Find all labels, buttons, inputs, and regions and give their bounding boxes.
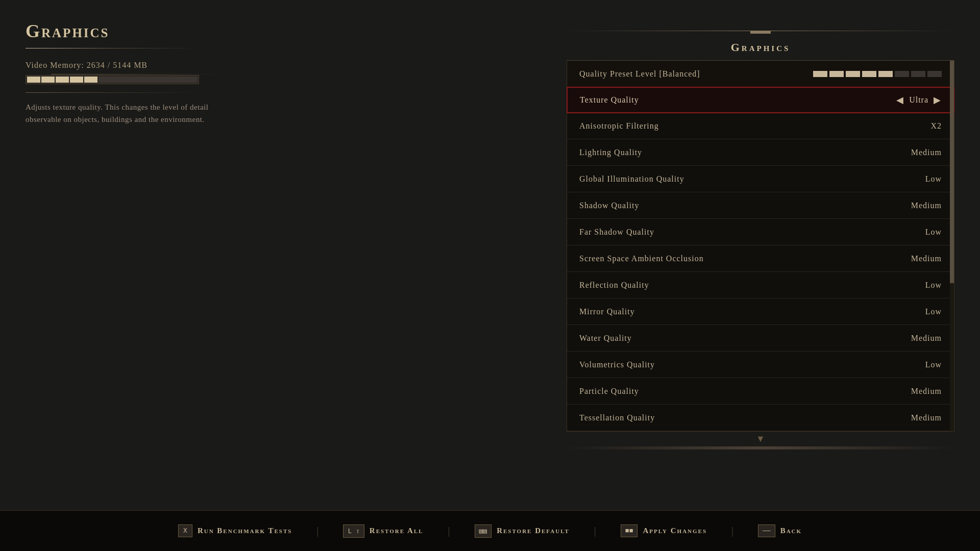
back-action[interactable]: —— Back: [758, 524, 802, 537]
restore-all-label: Restore All: [370, 527, 424, 535]
setting-value-water: Medium: [911, 334, 942, 343]
mem-seg-5: [84, 77, 97, 83]
setting-value-far-shadow: Low: [925, 228, 942, 237]
setting-name-shadow: Shadow Quality: [579, 201, 640, 210]
setting-name-texture-quality: Texture Quality: [580, 95, 639, 105]
mem-seg-1: [27, 77, 40, 83]
setting-value-reflection: Low: [925, 281, 942, 290]
back-label: Back: [780, 527, 802, 535]
benchmark-key: X: [178, 524, 192, 537]
sep-3: |: [594, 525, 596, 537]
setting-name-far-shadow: Far Shadow Quality: [579, 228, 654, 237]
setting-name-preset: Quality Preset Level [Balanced]: [579, 69, 700, 79]
panel-title-row: Graphics: [567, 34, 954, 61]
preset-bar-6: [895, 71, 909, 77]
setting-row-shadow[interactable]: Shadow Quality Medium: [567, 192, 954, 219]
setting-value-global-illumination: Low: [925, 174, 942, 184]
scroll-indicator: ▼: [567, 432, 954, 446]
setting-row-volumetrics[interactable]: Volumetrics Quality Low: [567, 352, 954, 378]
bottom-divider: [51, 74, 225, 74]
preset-bar-8: [927, 71, 942, 77]
benchmark-label: Run Benchmark Tests: [198, 527, 292, 535]
back-key: ——: [758, 524, 775, 537]
setting-name-reflection: Reflection Quality: [579, 281, 649, 290]
bottom-bar: X Run Benchmark Tests | L ⇧ Restore All …: [0, 510, 980, 551]
setting-row-mirror[interactable]: Mirror Quality Low: [567, 298, 954, 325]
setting-row-preset[interactable]: Quality Preset Level [Balanced]: [567, 61, 954, 87]
setting-row-anisotropic[interactable]: Anisotropic Filtering X2: [567, 113, 954, 139]
setting-value-anisotropic: X2: [930, 121, 942, 131]
sep-4: |: [731, 525, 733, 537]
restore-default-label: Restore Default: [497, 527, 570, 535]
video-memory-label: Video Memory: 2634 / 5144 MB: [26, 61, 281, 70]
mem-seg-3: [56, 77, 69, 83]
setting-row-lighting[interactable]: Lighting Quality Medium: [567, 139, 954, 166]
setting-name-anisotropic: Anisotropic Filtering: [579, 121, 659, 131]
scrollbar-thumb[interactable]: [950, 61, 954, 283]
panel-bottom-handle: [567, 446, 954, 449]
preset-bar-7: [911, 71, 925, 77]
preset-bar-2: [829, 71, 844, 77]
page-title: Graphics: [26, 20, 281, 42]
setting-name-lighting: Lighting Quality: [579, 148, 642, 157]
restore-default-action[interactable]: ▤▤ Restore Default: [475, 524, 570, 538]
setting-name-ssao: Screen Space Ambient Occlusion: [579, 254, 704, 263]
setting-value-mirror: Low: [925, 307, 942, 316]
setting-row-ssao[interactable]: Screen Space Ambient Occlusion Medium: [567, 245, 954, 272]
preset-bar-4: [862, 71, 876, 77]
restore-default-key: ▤▤: [475, 524, 492, 538]
setting-name-water: Water Quality: [579, 334, 632, 343]
sep-1: |: [316, 525, 318, 537]
apply-changes-label: Apply Changes: [643, 527, 707, 535]
setting-row-reflection[interactable]: Reflection Quality Low: [567, 272, 954, 298]
setting-row-global-illumination[interactable]: Global Illumination Quality Low: [567, 166, 954, 192]
memory-divider: [26, 92, 199, 93]
memory-bar: [26, 75, 199, 84]
right-panel: Graphics Quality Preset Level [Balanced]…: [567, 31, 954, 449]
setting-value-lighting: Medium: [911, 148, 942, 157]
preset-bar-5: [878, 71, 893, 77]
texture-quality-value: Ultra: [909, 95, 928, 105]
mem-seg-empty: [99, 77, 198, 83]
setting-value-particle: Medium: [911, 387, 942, 396]
setting-row-water[interactable]: Water Quality Medium: [567, 325, 954, 352]
arrow-right-icon[interactable]: ▶: [934, 94, 941, 106]
setting-row-tessellation[interactable]: Tessellation Quality Medium: [567, 405, 954, 431]
setting-row-far-shadow[interactable]: Far Shadow Quality Low: [567, 219, 954, 245]
apply-changes-action[interactable]: ■■ Apply Changes: [621, 524, 707, 537]
scrollbar[interactable]: [950, 61, 954, 431]
setting-name-mirror: Mirror Quality: [579, 307, 635, 316]
mem-seg-4: [70, 77, 83, 83]
preset-bar-1: [813, 71, 827, 77]
restore-all-key: L ⇧: [343, 524, 364, 538]
settings-list: Quality Preset Level [Balanced] Texture …: [567, 61, 954, 432]
sep-2: |: [448, 525, 450, 537]
setting-row-particle[interactable]: Particle Quality Medium: [567, 378, 954, 405]
benchmark-action[interactable]: X Run Benchmark Tests: [178, 524, 292, 537]
title-divider: [26, 48, 199, 48]
preset-bars: [813, 71, 942, 77]
setting-row-texture-quality[interactable]: Texture Quality ◀ Ultra ▶: [567, 87, 954, 113]
setting-value-texture-quality: ◀ Ultra ▶: [896, 94, 941, 106]
setting-name-particle: Particle Quality: [579, 387, 639, 396]
setting-name-tessellation: Tessellation Quality: [579, 413, 655, 422]
setting-value-tessellation: Medium: [911, 413, 942, 422]
preset-bar-3: [846, 71, 860, 77]
setting-name-volumetrics: Volumetrics Quality: [579, 360, 655, 369]
apply-changes-key: ■■: [621, 524, 638, 537]
left-panel: Graphics Video Memory: 2634 / 5144 MB Ad…: [26, 20, 281, 126]
setting-value-volumetrics: Low: [925, 360, 942, 369]
setting-value-shadow: Medium: [911, 201, 942, 210]
setting-value-ssao: Medium: [911, 254, 942, 263]
arrow-left-icon[interactable]: ◀: [896, 94, 904, 106]
panel-title: Graphics: [731, 41, 791, 54]
setting-description: Adjusts texture quality. This changes th…: [26, 101, 209, 126]
mem-seg-2: [41, 77, 55, 83]
setting-name-global-illumination: Global Illumination Quality: [579, 174, 684, 184]
restore-all-action[interactable]: L ⇧ Restore All: [343, 524, 423, 538]
